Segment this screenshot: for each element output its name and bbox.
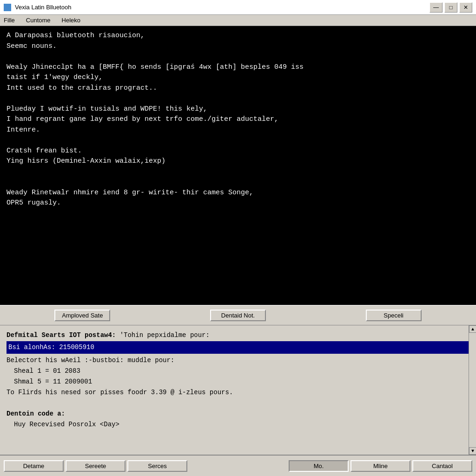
info-content: Defmital Searts IOT postaw4: 'Tohin pepx… [0,325,476,455]
amploved-sate-button[interactable]: Amploved Sate [54,310,110,321]
button-row-2: Detame Sereete Serces Mo. Mline Cantaol [0,455,476,476]
scroll-up-arrow[interactable]: ▲ [469,325,476,333]
section2-line: Huy Recevised Posrolx <Day> [7,419,469,430]
menu-bar: Fille Cuntome Heleko [0,15,476,26]
section1-title: Defmital Searts IOT postaw4: [7,331,116,339]
title-controls: — □ ✕ [430,2,472,13]
cantaol-button[interactable]: Cantaol [412,460,472,472]
scrollbar[interactable]: ▲ ▼ [469,325,476,455]
dentaid-not-button[interactable]: Dentaid Not. [210,310,266,321]
mline-button[interactable]: Mline [350,460,410,472]
menu-fille[interactable]: Fille [2,16,17,24]
close-button[interactable]: ✕ [459,2,472,13]
title-bar: Vexia Latin Blluetooh — □ ✕ [0,0,476,15]
info-line2: Sheal 1 = 01 2083 [7,366,469,376]
menu-cuntome[interactable]: Cuntome [24,16,53,24]
maximize-button[interactable]: □ [444,2,457,13]
info-line3: Shmal 5 = 11 2009001 [7,377,469,387]
title-bar-left: Vexia Latin Blluetooh [4,4,71,11]
info-panel: Defmital Searts IOT postaw4: 'Tohin pepx… [0,325,476,455]
mo-button[interactable]: Mo. [289,460,349,472]
detame-button[interactable]: Detame [4,460,64,472]
button-row-1: Amploved Sate Dentaid Not. Speceli [0,305,476,325]
terminal-output: A Darapoasi bluetooth risaoucion, Seemc … [0,26,476,305]
info-line4: To Flirds his nesed sor pisses foodr 3.3… [7,387,469,398]
app-icon [4,4,11,11]
highlighted-row[interactable]: Bsi alonhAs: 215005910 [7,341,469,353]
menu-heleko[interactable]: Heleko [60,16,82,24]
minimize-button[interactable]: — [430,2,443,13]
window-title: Vexia Latin Blluetooh [15,4,71,11]
speceli-button[interactable]: Speceli [366,310,422,321]
sub-title: 'Tohin pepxidalme pour: [120,331,210,339]
sereete-button[interactable]: Sereete [66,460,126,472]
serces-button[interactable]: Serces [127,460,187,472]
section2-title: Dentoin code a: [7,410,65,417]
scroll-down-arrow[interactable]: ▼ [469,447,476,455]
info-line1: Belectort his wAeil :-bustboi: muddle po… [7,355,469,366]
